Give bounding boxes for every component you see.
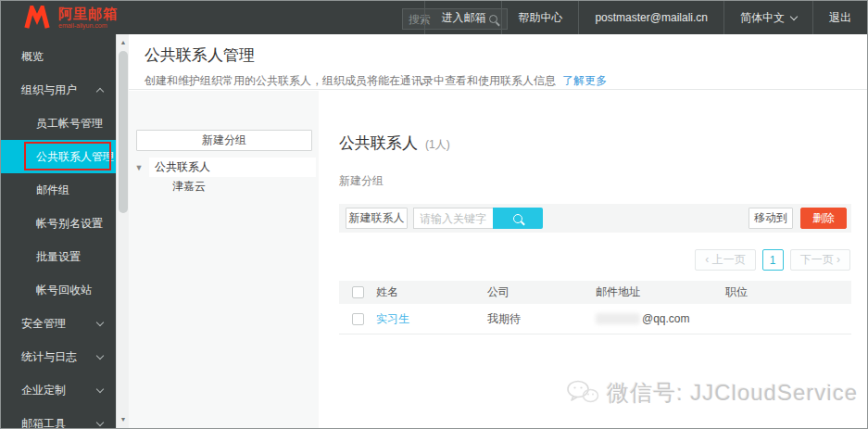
next-page-button[interactable]: 下一页 ›: [790, 249, 850, 271]
page-title: 公共联系人管理: [145, 44, 867, 66]
chevron-down-icon: [790, 12, 798, 19]
sidebar-item-account-alias[interactable]: 帐号别名设置: [1, 207, 116, 240]
topbar-menu: 进入邮箱 帮助中心 postmaster@mailali.cn 简体中文 退出: [424, 1, 867, 34]
sidebar-item-public-contacts[interactable]: 公共联系人管理: [1, 140, 116, 173]
scrollbar-thumb[interactable]: [119, 51, 128, 213]
section-title: 公共联系人: [339, 132, 418, 154]
redacted-email-user: [596, 313, 640, 324]
sidebar-item-overview[interactable]: 概览: [1, 40, 116, 73]
sidebar-scrollbar: ▲ ▼: [116, 34, 129, 428]
move-to-button[interactable]: 移动到: [748, 208, 793, 229]
sidebar-item-stats-logs[interactable]: 统计与日志: [1, 340, 116, 373]
page-description: 创建和维护组织常用的公共联系人，组织成员将能在通讯录中查看和使用联系人信息 了解…: [145, 73, 867, 89]
new-contact-button[interactable]: 新建联系人: [346, 208, 408, 229]
chevron-down-icon: [96, 352, 104, 360]
chevron-down-icon: [96, 385, 104, 393]
wechat-icon: [566, 379, 599, 407]
prev-page-button[interactable]: ‹ 上一页: [695, 249, 755, 271]
pagination: ‹ 上一页 1 下一页 ›: [695, 249, 850, 271]
tree-node-public-contacts[interactable]: ▼ 公共联系人: [129, 158, 319, 177]
contact-count-badge: (1人): [425, 137, 450, 153]
page-header: 公共联系人管理 创建和维护组织常用的公共联系人，组织成员将能在通讯录中查看和使用…: [129, 34, 867, 90]
row-checkbox[interactable]: [352, 313, 364, 325]
tree-node-label: 公共联系人: [149, 158, 316, 177]
sidebar-item-mail-tools[interactable]: 邮箱工具: [1, 407, 116, 428]
contacts-toolbar: 新建联系人 移动到 删除: [339, 204, 851, 233]
current-page-button[interactable]: 1: [762, 249, 784, 271]
table-header-row: 姓名 公司 邮件地址 职位: [339, 281, 851, 304]
chevron-up-icon: [96, 88, 104, 95]
header-title: 职位: [725, 284, 851, 300]
contacts-section: 公共联系人 (1人) 新建分组 新建联系人 移动到 删除 ‹ 上一页 1 下一页…: [319, 91, 867, 428]
group-tree-panel: 新建分组 ▼ 公共联系人 津嘉云: [129, 91, 319, 428]
section-title-row: 公共联系人 (1人): [339, 132, 450, 154]
header-company: 公司: [487, 284, 596, 300]
watermark-text: 微信号: JJCloudService: [607, 378, 858, 408]
sidebar-item-employee-accounts[interactable]: 员工帐号管理: [1, 107, 116, 140]
sidebar-item-account-recycle[interactable]: 帐号回收站: [1, 273, 116, 307]
help-center-link[interactable]: 帮助中心: [501, 1, 578, 34]
header-email: 邮件地址: [596, 284, 725, 300]
topbar: 阿里邮箱 email-aliyun.com 进入邮箱 帮助中心 postmast…: [1, 1, 867, 34]
brand-name: 阿里邮箱: [58, 6, 118, 20]
scroll-down-icon[interactable]: ▼: [117, 413, 130, 426]
search-icon: [513, 214, 522, 223]
chevron-down-icon: [96, 319, 104, 326]
new-group-link[interactable]: 新建分组: [339, 173, 384, 189]
tree-expand-icon[interactable]: ▼: [129, 163, 149, 172]
select-all-checkbox[interactable]: [352, 286, 364, 298]
alimail-admin-window: 阿里邮箱 email-aliyun.com 进入邮箱 帮助中心 postmast…: [0, 0, 868, 429]
header-name: 姓名: [376, 284, 487, 300]
contacts-table: 姓名 公司 邮件地址 职位 实习生 我期待 @qq.com: [339, 281, 851, 334]
alimail-logo-icon: [23, 6, 51, 30]
brand-domain: email-aliyun.com: [58, 22, 118, 29]
contact-name-link[interactable]: 实习生: [376, 312, 409, 325]
brand[interactable]: 阿里邮箱 email-aliyun.com: [23, 6, 118, 30]
watermark: 微信号: JJCloudService: [566, 378, 858, 408]
sidebar-item-security[interactable]: 安全管理: [1, 307, 116, 340]
new-group-button[interactable]: 新建分组: [136, 130, 312, 151]
delete-button[interactable]: 删除: [800, 208, 847, 229]
contact-email: @qq.com: [596, 312, 725, 325]
sidebar-item-mail-groups[interactable]: 邮件组: [1, 173, 116, 207]
tree-node-child-group[interactable]: 津嘉云: [172, 177, 206, 196]
enter-mailbox-link[interactable]: 进入邮箱: [424, 1, 501, 34]
contact-company: 我期待: [487, 311, 596, 327]
scroll-up-icon[interactable]: ▲: [117, 36, 130, 49]
logout-link[interactable]: 退出: [812, 1, 867, 34]
sidebar-item-org-users[interactable]: 组织与用户: [1, 73, 116, 107]
table-row: 实习生 我期待 @qq.com: [339, 304, 851, 334]
sidebar-nav: 概览 组织与用户 员工帐号管理 公共联系人管理 邮件组 帐号别名设置 批量设置 …: [1, 34, 116, 428]
learn-more-link[interactable]: 了解更多: [562, 74, 607, 87]
sidebar-item-batch-settings[interactable]: 批量设置: [1, 240, 116, 273]
keyword-search-input[interactable]: [413, 208, 493, 229]
chevron-down-icon: [96, 419, 104, 426]
account-email[interactable]: postmaster@mailali.cn: [578, 1, 723, 34]
main-content: 公共联系人管理 创建和维护组织常用的公共联系人，组织成员将能在通讯录中查看和使用…: [129, 34, 867, 428]
search-button[interactable]: [493, 208, 543, 229]
sidebar-item-enterprise-custom[interactable]: 企业定制: [1, 373, 116, 407]
language-selector[interactable]: 简体中文: [723, 1, 812, 34]
